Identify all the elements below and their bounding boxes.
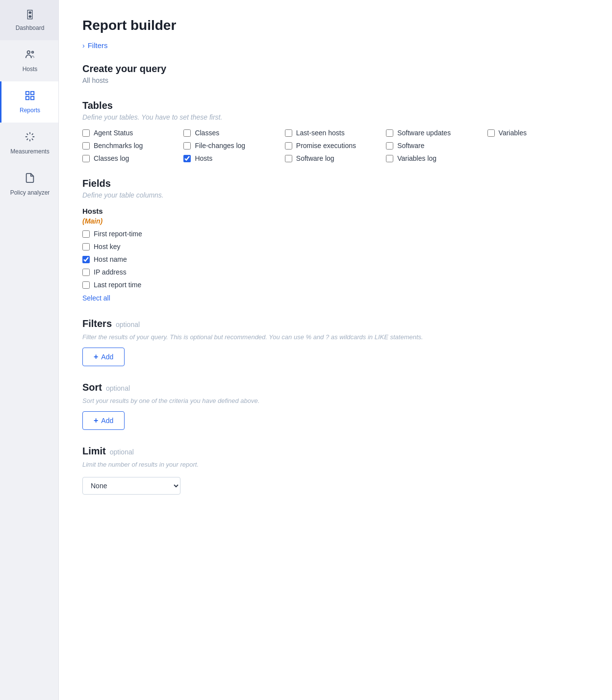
field-checkbox-host-name[interactable]: Host name <box>82 255 588 263</box>
chevron-right-icon: › <box>82 42 85 50</box>
limit-select[interactable]: None 10 25 50 100 250 500 <box>82 477 180 495</box>
sidebar-item-label: Dashboard <box>16 25 45 31</box>
sort-section: Sort optional Sort your results by one o… <box>82 382 588 430</box>
fields-group-label: Hosts <box>82 207 588 215</box>
limit-header-row: Limit optional <box>82 446 588 459</box>
checkbox-software-log[interactable] <box>285 155 292 162</box>
main-content: Report builder › Filters Create your que… <box>59 0 612 700</box>
svg-point-0 <box>27 51 30 54</box>
field-checkbox-last-report-time[interactable]: Last report time <box>82 281 588 289</box>
svg-point-1 <box>32 51 34 53</box>
sidebar-item-reports[interactable]: Reports <box>0 81 58 123</box>
table-checkbox-software-log[interactable]: Software log <box>285 154 386 162</box>
filters-heading: Filters <box>82 318 112 329</box>
select-all-link[interactable]: Select all <box>82 294 110 302</box>
table-checkbox-promise-executions[interactable]: Promise executions <box>285 142 386 150</box>
dashboard-icon: 🎛 <box>25 9 35 22</box>
table-checkbox-software-updates[interactable]: Software updates <box>386 129 487 137</box>
checkbox-classes[interactable] <box>183 129 191 137</box>
query-heading: Create your query <box>82 63 588 75</box>
hosts-icon <box>25 49 35 63</box>
filters-toggle[interactable]: › Filters <box>82 41 588 50</box>
checkbox-last-report-time[interactable] <box>82 281 90 289</box>
sort-header-row: Sort optional <box>82 382 588 395</box>
tables-section: Tables Define your tables. You have to s… <box>82 100 588 162</box>
plus-icon: + <box>94 416 98 425</box>
fields-section: Fields Define your table columns. Hosts … <box>82 178 588 302</box>
checkbox-file-changes-log[interactable] <box>183 142 191 150</box>
filters-header-row: Filters optional <box>82 318 588 331</box>
table-checkbox-last-seen-hosts[interactable]: Last-seen hosts <box>285 129 386 137</box>
checkbox-hosts[interactable] <box>183 155 191 162</box>
sidebar-item-label: Policy analyzer <box>10 189 50 196</box>
checkbox-benchmarks-log[interactable] <box>82 142 90 150</box>
limit-section: Limit optional Limit the number of resul… <box>82 446 588 495</box>
sidebar-item-label: Measurements <box>10 148 49 155</box>
tables-col-5: Variables <box>487 129 588 162</box>
limit-optional-label: optional <box>110 448 134 456</box>
checkbox-ip-address[interactable] <box>82 269 90 276</box>
sort-heading: Sort <box>82 382 102 393</box>
tables-heading: Tables <box>82 100 588 111</box>
table-checkbox-benchmarks-log[interactable]: Benchmarks log <box>82 142 183 150</box>
checkbox-agent-status[interactable] <box>82 129 90 137</box>
policy-analyzer-icon <box>25 173 35 186</box>
table-checkbox-file-changes-log[interactable]: File-changes log <box>183 142 284 150</box>
filters-description: Filter the results of your query. This i… <box>82 333 588 341</box>
tables-col-3: Last-seen hosts Promise executions Softw… <box>285 129 386 162</box>
table-checkbox-hosts[interactable]: Hosts <box>183 154 284 162</box>
sort-add-label: Add <box>101 417 113 425</box>
query-subtitle: All hosts <box>82 76 588 84</box>
sidebar-item-measurements[interactable]: Measurements <box>0 123 58 164</box>
sidebar-item-label: Reports <box>20 107 40 114</box>
sidebar-item-label: Hosts <box>23 66 38 73</box>
svg-rect-3 <box>31 92 34 95</box>
checkbox-promise-executions[interactable] <box>285 142 292 150</box>
checkbox-last-seen-hosts[interactable] <box>285 129 292 137</box>
sidebar-item-dashboard[interactable]: 🎛 Dashboard <box>0 0 58 40</box>
tables-col-4: Software updates Software Variables log <box>386 129 487 162</box>
svg-rect-5 <box>31 97 34 100</box>
checkbox-variables[interactable] <box>487 129 495 137</box>
filters-add-button[interactable]: + Add <box>82 348 125 366</box>
table-checkbox-variables-log[interactable]: Variables log <box>386 154 487 162</box>
page-title: Report builder <box>82 18 588 33</box>
fields-checkboxes: First report-time Host key Host name IP … <box>82 230 588 289</box>
tables-grid: Agent Status Benchmarks log Classes log … <box>82 129 588 162</box>
checkbox-host-key[interactable] <box>82 243 90 250</box>
query-section: Create your query All hosts <box>82 63 588 84</box>
field-checkbox-ip-address[interactable]: IP address <box>82 268 588 276</box>
checkbox-software[interactable] <box>386 142 393 150</box>
measurements-icon <box>25 131 35 145</box>
sort-optional-label: optional <box>106 384 130 392</box>
tables-description: Define your tables. You have to set thes… <box>82 113 588 121</box>
fields-heading: Fields <box>82 178 588 189</box>
filters-section: Filters optional Filter the results of y… <box>82 318 588 366</box>
field-checkbox-first-report-time[interactable]: First report-time <box>82 230 588 238</box>
fields-description: Define your table columns. <box>82 191 588 199</box>
table-checkbox-classes[interactable]: Classes <box>183 129 284 137</box>
checkbox-first-report-time[interactable] <box>82 230 90 238</box>
table-checkbox-classes-log[interactable]: Classes log <box>82 154 183 162</box>
sort-add-button[interactable]: + Add <box>82 411 125 430</box>
table-checkbox-agent-status[interactable]: Agent Status <box>82 129 183 137</box>
field-checkbox-host-key[interactable]: Host key <box>82 243 588 250</box>
reports-icon <box>25 90 35 104</box>
filters-optional-label: optional <box>116 321 140 328</box>
sidebar: 🎛 Dashboard Hosts Reports Measurements <box>0 0 59 700</box>
filters-add-label: Add <box>101 353 113 361</box>
plus-icon: + <box>94 352 98 361</box>
sidebar-item-hosts[interactable]: Hosts <box>0 40 58 81</box>
sort-description: Sort your results by one of the criteria… <box>82 397 588 404</box>
table-checkbox-software[interactable]: Software <box>386 142 487 150</box>
sidebar-item-policy-analyzer[interactable]: Policy analyzer <box>0 164 58 205</box>
tables-col-1: Agent Status Benchmarks log Classes log <box>82 129 183 162</box>
table-checkbox-variables[interactable]: Variables <box>487 129 588 137</box>
filters-toggle-label: Filters <box>88 41 108 50</box>
checkbox-software-updates[interactable] <box>386 129 393 137</box>
fields-main-label: (Main) <box>82 217 588 225</box>
checkbox-variables-log[interactable] <box>386 155 393 162</box>
checkbox-classes-log[interactable] <box>82 155 90 162</box>
checkbox-host-name[interactable] <box>82 256 90 263</box>
tables-col-2: Classes File-changes log Hosts <box>183 129 284 162</box>
